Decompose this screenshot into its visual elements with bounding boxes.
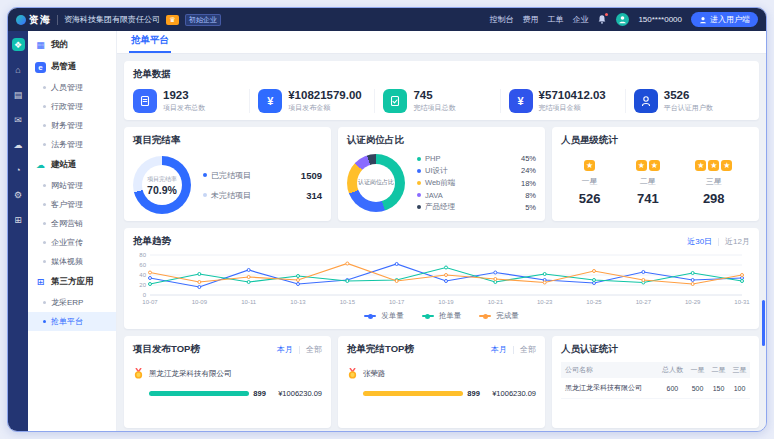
content: 抢单数据 1923项目发布总数 ¥ ¥10821579.00项目发布金额 xyxy=(117,54,766,431)
sidebar-item-media[interactable]: 媒体视频 xyxy=(28,252,116,271)
trend-title: 抢单趋势 xyxy=(133,235,171,248)
avatar[interactable] xyxy=(616,13,629,26)
sidebar-item-promotion[interactable]: 企业宣传 xyxy=(28,233,116,252)
stat-label: 项目发布金额 xyxy=(288,103,362,113)
group-label: 建站通 xyxy=(51,159,77,171)
filter-month[interactable]: 本月 xyxy=(491,344,507,355)
sidebar-item-admin[interactable]: 行政管理 xyxy=(28,97,116,116)
filter-month[interactable]: 本月 xyxy=(277,344,293,355)
svg-text:10-31: 10-31 xyxy=(734,299,750,305)
legend-dot xyxy=(203,193,207,197)
sidebar-item-website[interactable]: 网站管理 xyxy=(28,176,116,195)
stat-published-count: 1923项目发布总数 xyxy=(133,89,249,113)
star-icon: ★ xyxy=(636,160,647,171)
sidebar-group-jianzhantong[interactable]: ☁ 建站通 xyxy=(28,154,116,176)
mail-icon[interactable]: ✉ xyxy=(12,113,25,126)
gear-icon[interactable]: ⚙ xyxy=(12,188,25,201)
count-value: 899 xyxy=(467,389,480,398)
svg-text:10-21: 10-21 xyxy=(488,299,504,305)
legend-dot xyxy=(203,173,207,177)
sidebar-group-thirdparty[interactable]: ⊞ 第三方应用 xyxy=(28,271,116,293)
stat-finished-amount: ¥ ¥5710412.03完结项目金额 xyxy=(500,89,625,113)
top-finish-title: 抢单完结TOP榜 xyxy=(347,343,414,356)
nav-workorder[interactable]: 工单 xyxy=(547,14,563,25)
stat-certified-users: 3526平台认证用户数 xyxy=(625,89,750,113)
enter-user-button[interactable]: 进入用户端 xyxy=(691,12,758,27)
tab-qiangdan[interactable]: 抢单平台 xyxy=(129,31,171,53)
grid-icon[interactable]: ⊞ xyxy=(12,213,25,226)
sidebar-item-label: 龙采ERP xyxy=(51,297,83,308)
home-icon[interactable]: ⌂ xyxy=(12,63,25,76)
value-bar xyxy=(363,391,463,396)
stat-label: 平台认证用户数 xyxy=(664,103,713,113)
col-three-star: 三星 xyxy=(729,362,750,378)
bullet-icon xyxy=(43,184,46,187)
sidebar-item-label: 全网营销 xyxy=(51,218,83,229)
topbar-right: 控制台 费用 工单 企业 150****0000 进入用户端 xyxy=(489,12,758,27)
sidebar-item-my[interactable]: ▦ 我的 xyxy=(28,34,116,56)
stat-value: ¥5710412.03 xyxy=(539,89,606,101)
svg-text:10-17: 10-17 xyxy=(389,299,405,305)
divider xyxy=(718,238,719,246)
sidebar-item-legal[interactable]: 法务管理 xyxy=(28,135,116,154)
sidebar-item-customers[interactable]: 客户管理 xyxy=(28,195,116,214)
cloud-icon: ☁ xyxy=(35,160,46,171)
sidebar-item-personnel[interactable]: 人员管理 xyxy=(28,78,116,97)
bell-icon[interactable] xyxy=(597,14,607,25)
cert-stats-table: 公司名称 总人数 一星 二星 三星 黑龙江龙采科技有限公司 xyxy=(561,362,750,399)
filter-all[interactable]: 全部 xyxy=(520,344,536,355)
sidebar-item-qiangdan[interactable]: 抢单平台 xyxy=(28,312,116,331)
sidebar-item-label: 客户管理 xyxy=(51,199,83,210)
star-group-three: ★★★ 三星 298 xyxy=(695,160,732,206)
sidebar-item-label: 我的 xyxy=(51,39,68,51)
stat-value: 1923 xyxy=(163,89,205,101)
person-name: 张荣路 xyxy=(363,369,386,379)
apps-grid-icon: ⊞ xyxy=(35,277,46,288)
nav-enterprise[interactable]: 企业 xyxy=(572,14,588,25)
calendar-icon: ▦ xyxy=(35,40,46,51)
yiguantong-icon: e xyxy=(35,62,46,73)
sidebar-item-marketing[interactable]: 全网营销 xyxy=(28,214,116,233)
cloud-icon[interactable]: ☁ xyxy=(12,138,25,151)
scrollbar[interactable] xyxy=(762,55,765,429)
sidebar-item-finance[interactable]: 财务管理 xyxy=(28,116,116,135)
tabstrip: 抢单平台 xyxy=(117,31,766,54)
range-30d[interactable]: 近30日 xyxy=(687,236,712,247)
sidebar-item-label: 企业宣传 xyxy=(51,237,83,248)
legend-dot xyxy=(417,181,421,185)
sidebar-item-longcai-erp[interactable]: 龙采ERP xyxy=(28,293,116,312)
sidebar-item-label: 媒体视频 xyxy=(51,256,83,267)
gauge-label: 项目完结率 xyxy=(147,175,177,184)
amount-value: ¥1006230.09 xyxy=(492,389,536,398)
logo-icon xyxy=(16,15,26,25)
bullet-icon xyxy=(43,241,46,244)
range-12m[interactable]: 近12月 xyxy=(725,236,750,247)
star-icon: ★ xyxy=(708,160,719,171)
sidebar-item-label: 人员管理 xyxy=(51,82,83,93)
doc-icon[interactable]: ▤ xyxy=(12,88,25,101)
logo-text: 资海 xyxy=(29,13,51,27)
chart-icon[interactable]: ◔ xyxy=(12,163,25,176)
gauge-percent: 70.9% xyxy=(147,184,177,196)
filter-all[interactable]: 全部 xyxy=(306,344,322,355)
bullet-icon xyxy=(43,260,46,263)
nav-fees[interactable]: 费用 xyxy=(522,14,538,25)
svg-text:0: 0 xyxy=(143,292,147,298)
nav-console[interactable]: 控制台 xyxy=(489,14,513,25)
star-icon: ★ xyxy=(649,160,660,171)
star-group-one: ★ 一星 526 xyxy=(579,160,601,206)
logo-icon[interactable]: ❖ xyxy=(12,38,25,51)
sidebar-group-yiguantong[interactable]: e 易管通 xyxy=(28,56,116,78)
scrollbar-thumb[interactable] xyxy=(762,300,765,346)
bullet-icon xyxy=(43,203,46,206)
sidebar-item-label: 行政管理 xyxy=(51,101,83,112)
star-group-two: ★★ 二星 741 xyxy=(636,160,660,206)
divider xyxy=(57,15,58,25)
svg-text:80: 80 xyxy=(139,252,146,258)
stats-card: 抢单数据 1923项目发布总数 ¥ ¥10821579.00项目发布金额 xyxy=(124,61,759,120)
medal-icon xyxy=(347,365,358,383)
legend-marker-dot xyxy=(483,314,488,319)
svg-text:40: 40 xyxy=(139,272,146,278)
stat-published-amount: ¥ ¥10821579.00项目发布金额 xyxy=(249,89,374,113)
sidebar-item-label: 财务管理 xyxy=(51,120,83,131)
